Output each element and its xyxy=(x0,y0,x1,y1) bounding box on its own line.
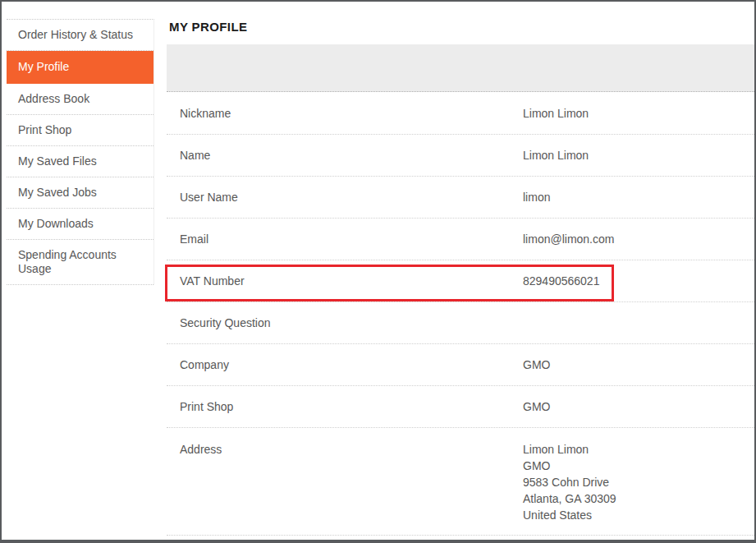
page-title: MY PROFILE xyxy=(169,20,247,34)
field-value: 829490566021 xyxy=(523,273,754,289)
address-line: Limon Limon xyxy=(523,441,754,458)
field-value: Limon Limon xyxy=(523,105,754,122)
profile-field-row-email: Emaillimon@limon.com xyxy=(167,219,754,260)
sidebar-item-address-book[interactable]: Address Book xyxy=(7,84,153,115)
profile-field-row-address: AddressLimon LimonGMO9583 Cohn DriveAtla… xyxy=(167,428,754,536)
sidebar-item-my-downloads[interactable]: My Downloads xyxy=(7,209,153,240)
field-label: Nickname xyxy=(167,107,523,120)
field-value: Limon LimonGMO9583 Cohn DriveAtlanta, GA… xyxy=(523,441,754,523)
sidebar-item-my-saved-jobs[interactable]: My Saved Jobs xyxy=(7,177,153,209)
sidebar-item-print-shop[interactable]: Print Shop xyxy=(7,115,153,146)
sidebar-item-order-history-status[interactable]: Order History & Status xyxy=(7,20,153,51)
account-sidebar: Order History & StatusMy ProfileAddress … xyxy=(7,19,154,285)
sidebar-item-spending-accounts-usage[interactable]: Spending Accounts Usage xyxy=(7,240,153,285)
profile-header-bar xyxy=(167,44,754,92)
profile-field-row-vat-number: VAT Number829490566021 xyxy=(167,260,754,302)
profile-field-row-company: CompanyGMO xyxy=(167,344,754,386)
address-line: GMO xyxy=(523,458,754,474)
field-label: Name xyxy=(167,149,523,162)
profile-field-row-user-name: User Namelimon xyxy=(167,177,754,219)
sidebar-item-my-saved-files[interactable]: My Saved Files xyxy=(7,146,153,177)
field-label: VAT Number xyxy=(167,274,523,288)
address-line: United States xyxy=(523,507,754,523)
profile-field-row-name: NameLimon Limon xyxy=(167,135,754,177)
field-label: Email xyxy=(167,232,523,246)
field-label: User Name xyxy=(167,191,523,204)
field-value: Limon Limon xyxy=(523,147,754,163)
profile-field-row-security-question: Security Question xyxy=(167,302,754,344)
address-line: 9583 Cohn Drive xyxy=(523,474,754,490)
field-label: Address xyxy=(167,441,523,456)
profile-field-row-print-shop: Print ShopGMO xyxy=(167,386,754,428)
field-label: Print Shop xyxy=(167,400,523,413)
profile-fields-table: NicknameLimon LimonNameLimon LimonUser N… xyxy=(167,93,754,536)
profile-field-row-nickname: NicknameLimon Limon xyxy=(167,93,754,135)
address-line: Atlanta, GA 30309 xyxy=(523,490,754,507)
field-value: GMO xyxy=(523,398,754,415)
sidebar-item-my-profile[interactable]: My Profile xyxy=(7,51,153,84)
field-label: Company xyxy=(167,358,523,371)
field-label: Security Question xyxy=(167,316,523,329)
field-value: GMO xyxy=(523,357,754,373)
field-value: limon xyxy=(523,189,754,205)
field-value: limon@limon.com xyxy=(523,231,754,247)
